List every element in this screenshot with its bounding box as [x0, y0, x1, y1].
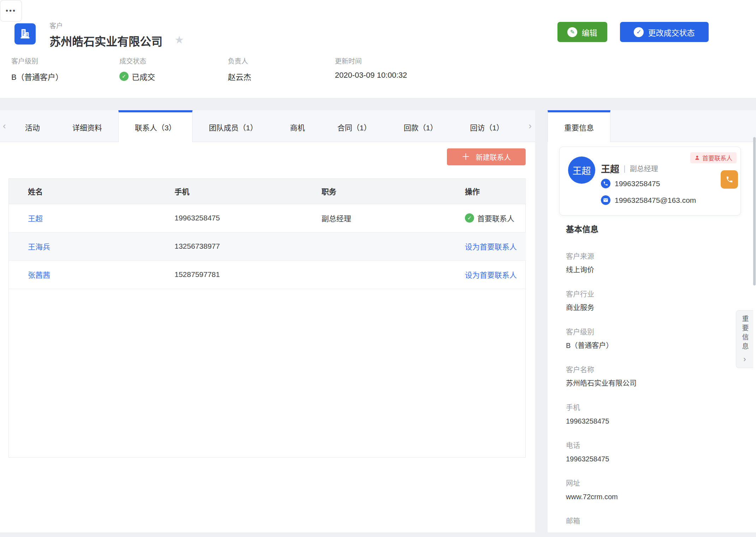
edit-button[interactable]: ✎ 编辑 [557, 22, 607, 42]
table-header-row: 姓名 手机 职务 操作 [9, 179, 526, 204]
info-owner: 负责人 赵云杰 [228, 56, 251, 82]
plus-icon: ＋ [462, 153, 470, 161]
entity-type-label: 客户 [49, 20, 63, 30]
tab-contracts[interactable]: 合同（1） [321, 110, 388, 142]
divider: | [624, 164, 626, 173]
contacts-panel: ＋ 新建联系人 姓名 手机 职务 操作 王超 19963258475 [0, 142, 535, 532]
side-tabbar: 重要信息 [548, 110, 756, 142]
contact-mobile: 19963258475 [155, 204, 302, 232]
field-customer-level: 客户级别B（普通客户） [566, 325, 743, 352]
tab-details[interactable]: 详细资料 [56, 110, 118, 142]
contact-title: 副总经理 [302, 204, 451, 232]
contact-name-link[interactable]: 王海兵 [28, 243, 50, 251]
pencil-icon: ✎ [567, 27, 577, 37]
customer-building-icon [14, 23, 36, 45]
customer-name-title: 苏州皓石实业有限公司 [49, 33, 163, 49]
customer-header: 客户 苏州皓石实业有限公司 ★ ✎ 编辑 ✓ 更改成交状态 ••• 客户级别 B… [0, 0, 756, 98]
person-icon [695, 155, 700, 160]
contact-card-title: 副总经理 [630, 163, 658, 173]
field-telephone: 电话19963258475 [566, 439, 743, 466]
tab-activity[interactable]: 活动 [9, 110, 56, 142]
building-icon [18, 27, 32, 41]
contact-name-link[interactable]: 王超 [28, 214, 43, 223]
contacts-table: 姓名 手机 职务 操作 王超 19963258475 副总经理 ✓ [8, 178, 526, 458]
tab-team-members[interactable]: 团队成员（1） [193, 110, 274, 142]
info-deal-status: 成交状态 ✓ 已成交 [119, 56, 155, 82]
col-header-mobile: 手机 [155, 179, 302, 204]
field-email: 邮箱 [566, 514, 743, 537]
tabs-scroll-right-icon[interactable]: › [526, 110, 534, 142]
info-update-time: 更新时间 2020-03-09 10:00:32 [335, 56, 407, 80]
contact-mobile: 15287597781 [155, 260, 302, 289]
star-icon[interactable]: ★ [175, 35, 184, 45]
field-website: 网址www.72crm.com [566, 477, 743, 503]
detail-tabbar: ‹ 活动 详细资料 联系人（3） 团队成员（1） 商机 合同（1） 回款（1） … [0, 110, 535, 142]
primary-contact-badge: 首要联系人 [690, 152, 737, 163]
tab-follow-up[interactable]: 回访（1） [454, 110, 520, 142]
contact-card-phone: 19963258475 [615, 179, 660, 188]
page-scrollbar[interactable] [753, 137, 756, 285]
change-deal-status-button[interactable]: ✓ 更改成交状态 [620, 22, 709, 42]
col-header-action: 操作 [451, 179, 526, 204]
col-header-name: 姓名 [9, 179, 155, 204]
email-icon [601, 195, 610, 205]
basic-info-heading: 基本信息 [566, 223, 598, 235]
call-button[interactable] [721, 170, 738, 189]
contact-card-email: 19963258475@163.com [615, 196, 696, 205]
contact-name-link[interactable]: 张茜茜 [28, 271, 50, 279]
col-header-title: 职务 [302, 179, 451, 204]
phone-icon [601, 179, 610, 188]
tab-important-info[interactable]: 重要信息 [548, 110, 610, 142]
more-actions-button[interactable]: ••• [0, 0, 22, 22]
info-customer-level: 客户级别 B（普通客户） [11, 56, 63, 82]
tabs-scroll-left-icon[interactable]: ‹ [0, 110, 9, 142]
primary-contact-check-icon: ✓ [465, 213, 474, 223]
deal-status-check-icon: ✓ [119, 72, 129, 81]
contact-title [302, 232, 451, 260]
customer-detail-page: 客户 苏州皓石实业有限公司 ★ ✎ 编辑 ✓ 更改成交状态 ••• 客户级别 B… [0, 0, 756, 537]
basic-info-fields: 客户来源线上询价 客户行业商业服务 客户级别B（普通客户） 客户名称苏州皓石实业… [566, 250, 743, 537]
primary-contact-card: 王超 王超 | 副总经理 19963258475 19963258475@163… [559, 147, 741, 216]
contact-card-name: 王超 [601, 162, 619, 175]
avatar: 王超 [568, 157, 595, 184]
primary-contact-label: 首要联系人 [477, 213, 514, 223]
tab-opportunities[interactable]: 商机 [274, 110, 321, 142]
field-customer-name: 客户名称苏州皓石实业有限公司 [566, 363, 743, 390]
field-mobile: 手机19963258475 [566, 401, 743, 428]
set-primary-contact-link[interactable]: 设为首要联系人 [465, 243, 517, 251]
ellipsis-icon: ••• [6, 7, 16, 15]
field-customer-source: 客户来源线上询价 [566, 250, 743, 277]
important-info-collapse-tab[interactable]: 重要信息 › [736, 310, 753, 368]
set-primary-contact-link[interactable]: 设为首要联系人 [465, 271, 517, 279]
check-circle-icon: ✓ [634, 27, 644, 37]
chevron-right-icon: › [743, 355, 746, 363]
table-row: 王海兵 13256738977 设为首要联系人 [9, 232, 526, 260]
table-row: 张茜茜 15287597781 设为首要联系人 [9, 260, 526, 289]
contact-mobile: 13256738977 [155, 232, 302, 260]
new-contact-button[interactable]: ＋ 新建联系人 [447, 148, 526, 165]
contact-title [302, 260, 451, 289]
tab-contacts[interactable]: 联系人（3） [118, 110, 193, 142]
phone-icon [726, 176, 733, 183]
tab-receivables[interactable]: 回款（1） [388, 110, 454, 142]
table-row: 王超 19963258475 副总经理 ✓ 首要联系人 [9, 204, 526, 232]
field-customer-industry: 客户行业商业服务 [566, 288, 743, 314]
important-info-panel: 王超 王超 | 副总经理 19963258475 19963258475@163… [548, 142, 756, 532]
